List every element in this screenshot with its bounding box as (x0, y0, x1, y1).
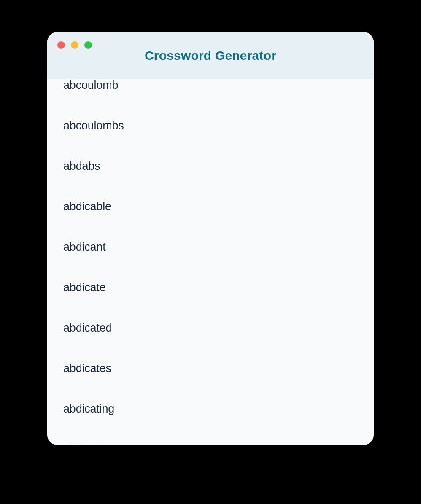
list-item[interactable]: abcoulomb (63, 79, 359, 105)
app-window: Crossword Generator abcoulomb abcoulombs… (47, 32, 374, 445)
list-item[interactable]: abdication (63, 429, 359, 445)
list-item[interactable]: abdicating (63, 389, 359, 429)
word-label: abdicates (63, 362, 111, 375)
word-label: abdicant (63, 241, 105, 254)
word-label: abcoulombs (63, 119, 124, 132)
word-label: abdabs (63, 160, 100, 173)
window-title: Crossword Generator (145, 48, 276, 63)
word-label: abdication (63, 443, 114, 445)
word-label: abdicating (63, 402, 114, 416)
window-controls (57, 41, 92, 49)
list-item[interactable]: abdicate (63, 267, 359, 308)
minimize-icon[interactable] (71, 41, 78, 49)
content-area[interactable]: abcoulomb abcoulombs abdabs abdicable ab… (47, 79, 374, 445)
word-label: abcoulomb (63, 79, 118, 92)
list-item[interactable]: abdicant (63, 227, 359, 267)
list-item[interactable]: abdabs (63, 146, 359, 186)
word-list: abcoulomb abcoulombs abdabs abdicable ab… (63, 79, 359, 445)
word-label: abdicated (63, 322, 112, 335)
titlebar: Crossword Generator (47, 32, 374, 79)
list-item[interactable]: abcoulombs (63, 105, 359, 146)
word-label: abdicate (63, 281, 105, 294)
list-item[interactable]: abdicates (63, 348, 359, 389)
close-icon[interactable] (57, 41, 65, 49)
list-item[interactable]: abdicable (63, 186, 359, 227)
zoom-icon[interactable] (84, 41, 92, 49)
list-item[interactable]: abdicated (63, 308, 359, 348)
word-label: abdicable (63, 200, 111, 213)
